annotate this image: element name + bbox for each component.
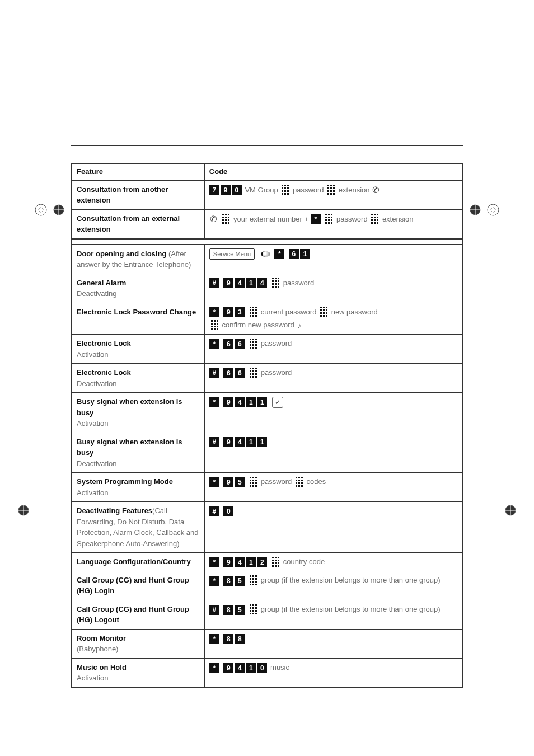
- keypad-icon: [325, 214, 332, 224]
- table-row: Electronic Lock Password Change * 93 cur…: [72, 303, 462, 335]
- feature-sub: Activation: [77, 489, 108, 497]
- feature-sub: Deactivation: [77, 379, 117, 388]
- crop-mark-tr: [470, 193, 503, 227]
- handset-hangup-icon: ✆: [369, 183, 384, 196]
- key-sequence: 88: [223, 634, 245, 644]
- code-text: password: [261, 368, 292, 377]
- svg-point-8: [491, 208, 495, 212]
- code-text: group (if the extension belongs to more …: [261, 605, 441, 613]
- svg-point-15: [505, 505, 516, 515]
- table-separator: [72, 239, 462, 245]
- code-text: VM Group: [245, 185, 278, 194]
- keypad-icon: [250, 307, 257, 317]
- key-sequence: 9412: [223, 557, 267, 567]
- table-row: Music on Hold Activation * 9410 music: [72, 658, 462, 688]
- keypad-icon: [250, 339, 257, 349]
- feature-sub: (Babyphone): [77, 645, 118, 653]
- keypad-icon: [250, 575, 257, 585]
- feature-title: Busy signal when extension is busy: [77, 438, 182, 457]
- keypad-icon: [282, 185, 289, 195]
- crop-mark-mr: [498, 498, 523, 523]
- table-row: Call Group (CG) and Hunt Group (HG) Logo…: [72, 600, 462, 629]
- table-header-row: Feature Code: [72, 163, 462, 180]
- code-text: extension: [382, 214, 414, 223]
- code-text: current password: [261, 308, 317, 316]
- led-indicator-icon: [259, 251, 270, 257]
- key-sequence: 0: [223, 506, 233, 516]
- code-text: music: [270, 663, 289, 672]
- feature-sub: Deactivating: [77, 289, 117, 298]
- feature-title: Consultation from another extension: [77, 185, 168, 205]
- check-confirm-icon: ✓: [272, 397, 283, 408]
- table-row: Busy signal when extension is busy Activ…: [72, 393, 462, 433]
- feature-title: General Alarm: [77, 279, 126, 287]
- table-row: Deactivating Features(Call Forwarding, D…: [72, 502, 462, 553]
- header-feature: Feature: [72, 163, 204, 180]
- table-row: Door opening and closing (After answer b…: [72, 245, 462, 274]
- feature-title: Music on Hold: [77, 663, 127, 672]
- music-note-icon: ♪: [297, 321, 301, 330]
- feature-title: System Programming Mode: [77, 477, 173, 486]
- feature-title: Consultation from an external extension: [77, 214, 180, 234]
- crop-mark-ml: [11, 498, 36, 523]
- keypad-icon: [250, 604, 257, 614]
- feature-sub: Deactivation: [77, 459, 117, 468]
- feature-title: Door opening and closing: [77, 250, 166, 258]
- svg-point-12: [18, 505, 29, 515]
- key-sequence: *: [209, 634, 219, 644]
- keypad-icon: [272, 278, 279, 288]
- keypad-icon: [371, 214, 378, 224]
- feature-title: Electronic Lock: [77, 368, 131, 377]
- service-menu-box: Service Menu: [209, 248, 255, 260]
- code-text: password: [261, 339, 292, 348]
- keypad-icon: [250, 368, 257, 378]
- key-sequence: 9411: [223, 437, 267, 447]
- feature-sub: Activation: [77, 674, 108, 682]
- key-sequence: 85: [223, 605, 245, 615]
- table-row: Busy signal when extension is busy Deact…: [72, 433, 462, 473]
- key-sequence: *: [209, 557, 219, 567]
- key-sequence: #: [209, 437, 219, 447]
- code-text: codes: [307, 477, 326, 486]
- key-sequence: *: [311, 214, 321, 224]
- table-row: Consultation from an external extension …: [72, 209, 462, 239]
- keypad-icon: [272, 557, 279, 567]
- key-sequence: 66: [223, 339, 245, 349]
- code-text: confirm new password: [222, 321, 294, 329]
- feature-code-table: Feature Code Consultation from another e…: [71, 163, 463, 688]
- table-row: General Alarm Deactivating # 9414 passwo…: [72, 274, 462, 303]
- feature-title: Deactivating Features: [77, 506, 152, 515]
- code-text: country code: [283, 557, 325, 566]
- keypad-icon: [222, 214, 229, 224]
- handset-hangup-icon: ✆: [207, 212, 221, 225]
- keypad-icon: [320, 307, 327, 317]
- key-sequence: *: [209, 339, 219, 349]
- table-row: Language Configuration/Country * 9412 co…: [72, 553, 462, 571]
- keypad-icon: [250, 477, 257, 487]
- key-sequence: 93: [223, 307, 245, 317]
- code-text: password: [336, 214, 368, 223]
- key-sequence: *: [209, 477, 219, 487]
- key-sequence: *: [209, 576, 219, 586]
- keypad-icon: [296, 477, 303, 487]
- keypad-icon: [327, 185, 335, 195]
- code-text: new password: [331, 308, 378, 316]
- code-text: password: [261, 477, 292, 486]
- table-row: System Programming Mode Activation * 95 …: [72, 473, 462, 502]
- key-sequence: *: [209, 307, 219, 317]
- crop-mark-tl: [31, 193, 64, 227]
- feature-title: Call Group (CG) and Hunt Group (HG) Logi…: [77, 576, 189, 595]
- feature-title: Language Configuration/Country: [77, 557, 191, 566]
- table-row: Consultation from another extension 790 …: [72, 180, 462, 210]
- feature-title: Room Monitor: [77, 634, 126, 642]
- feature-title: Call Group (CG) and Hunt Group (HG) Logo…: [77, 605, 189, 624]
- document-page: Feature Code Consultation from another e…: [60, 145, 474, 756]
- key-sequence: 61: [289, 249, 310, 259]
- code-text: extension: [339, 185, 370, 194]
- key-sequence: #: [209, 605, 219, 615]
- feature-title: Electronic Lock: [77, 339, 131, 348]
- keypad-icon: [211, 320, 218, 330]
- code-text: password: [283, 279, 315, 287]
- key-sequence: *: [209, 663, 219, 673]
- key-sequence: 790: [209, 185, 242, 195]
